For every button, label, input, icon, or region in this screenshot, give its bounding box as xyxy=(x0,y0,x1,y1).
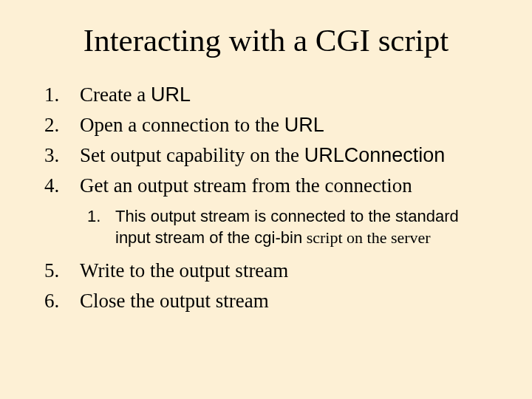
item-text: Write to the output stream xyxy=(80,259,288,282)
sub-item-suffix: script on the server xyxy=(302,228,431,247)
sub-item-code: cgi-bin xyxy=(254,228,302,247)
sub-list: This output stream is connected to the s… xyxy=(80,205,495,249)
slide-title: Interacting with a CGI script xyxy=(37,22,495,58)
item-text: Open a connection to the xyxy=(80,114,284,136)
item-text: Close the output stream xyxy=(80,290,269,312)
list-item: Open a connection to the URL xyxy=(80,111,495,140)
item-text: Get an output stream from the connection xyxy=(80,174,412,197)
item-text: Set output capability on the xyxy=(80,144,304,166)
list-item: Write to the output stream xyxy=(80,256,495,285)
list-item: Create a URL xyxy=(80,81,495,109)
item-code: URL xyxy=(284,114,324,136)
item-code: URLConnection xyxy=(304,144,446,166)
list-item: Get an output stream from the connection… xyxy=(80,171,495,249)
sub-list-item: This output stream is connected to the s… xyxy=(115,205,495,249)
main-list: Create a URL Open a connection to the UR… xyxy=(37,81,495,316)
item-code: URL xyxy=(151,83,191,106)
list-item: Close the output stream xyxy=(80,287,495,316)
item-text: Create a xyxy=(80,83,151,106)
list-item: Set output capability on the URLConnecti… xyxy=(80,141,495,170)
